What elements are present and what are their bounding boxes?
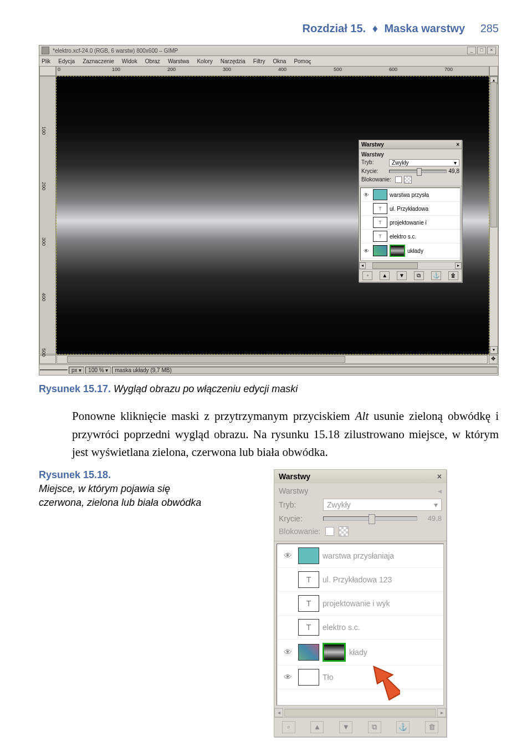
lock-alpha-icon[interactable] (404, 176, 412, 184)
page-number: 285 (480, 22, 499, 34)
menu-warstwa[interactable]: Warstwa (168, 58, 190, 64)
duplicate-layer-button[interactable]: ⧉ (368, 721, 381, 733)
raise-layer-button[interactable]: ▲ (310, 721, 324, 733)
delete-layer-button[interactable]: 🗑 (448, 271, 458, 280)
horizontal-scrollbar[interactable] (57, 355, 488, 364)
panel-close-icon[interactable]: × (437, 472, 442, 481)
menu-zaznaczenie[interactable]: Zaznaczenie (83, 58, 114, 64)
delete-layer-button[interactable]: 🗑 (425, 721, 438, 733)
anchor-layer-button[interactable]: ⚓ (396, 721, 410, 733)
lower-layer-button[interactable]: ▼ (397, 271, 407, 280)
menu-obraz[interactable]: Obraz (145, 58, 160, 64)
new-layer-button[interactable]: ▫ (282, 721, 295, 733)
cursor-pos (40, 369, 68, 371)
layer-thumb[interactable] (298, 669, 319, 686)
layer-row[interactable]: T elektro s.c. (277, 616, 443, 640)
lock-checkbox[interactable] (395, 176, 402, 183)
layer-thumb[interactable] (373, 189, 387, 200)
arrow-right-icon[interactable]: ▸ (455, 262, 462, 269)
arrow-right-icon[interactable]: ▸ (437, 708, 446, 717)
layer-row-selected[interactable]: 👁 kłady (277, 640, 443, 666)
panel-close-icon[interactable]: × (456, 141, 459, 148)
opacity-slider[interactable]: 49,8 (389, 168, 459, 174)
minimize-button[interactable]: _ (467, 47, 476, 54)
figure-desc: Miejsce, w którym pojawia się czerwona, … (39, 482, 205, 510)
layer-thumb[interactable]: T (298, 571, 319, 588)
layer-thumb[interactable] (298, 644, 319, 661)
page-header: Rozdział 15. ♦ Maska warstwy 285 (39, 22, 499, 35)
layer-row[interactable]: T projektowanie i (361, 216, 460, 230)
layer-row[interactable]: 👁 Tło (277, 666, 443, 689)
eye-icon[interactable]: 👁 (362, 192, 371, 198)
layer-thumb[interactable]: T (373, 231, 387, 242)
nav-icon[interactable]: ✥ (489, 355, 498, 364)
figure-caption-1: Rysunek 15.17. Wygląd obrazu po włączeni… (39, 383, 499, 395)
menu-kolory[interactable]: Kolory (197, 58, 212, 64)
layer-thumb[interactable] (298, 547, 319, 564)
menu-plik[interactable]: Plik (42, 58, 50, 64)
menu-bar: Plik Edycja Zaznaczenie Widok Obraz Wars… (39, 56, 499, 66)
window-titlebar[interactable]: *elektro.xcf-24.0 (RGB, 6 warstw) 800x60… (39, 45, 499, 56)
menu-okna[interactable]: Okna (273, 58, 286, 64)
eye-icon[interactable]: 👁 (280, 672, 295, 682)
layer-row[interactable]: T elektro s.c. (361, 230, 460, 243)
anchor-layer-button[interactable]: ⚓ (431, 271, 441, 280)
layer-thumb[interactable]: T (373, 217, 387, 228)
scroll-thumb[interactable] (490, 82, 497, 227)
opacity-slider[interactable]: 49,8 (323, 514, 442, 522)
menu-widok[interactable]: Widok (122, 58, 137, 64)
image-canvas[interactable]: Warstwy × Warstwy Tryb: Zwykły ▾ Krycie: (56, 76, 489, 354)
zoom-select[interactable]: 100 % ▾ (85, 367, 111, 374)
scroll-thumb[interactable] (372, 262, 418, 269)
eye-icon[interactable]: 👁 (362, 248, 371, 254)
close-button[interactable]: × (487, 47, 496, 54)
menu-narzedzia[interactable]: Narzędzia (221, 58, 245, 64)
layers-panel-big[interactable]: Warstwy × Warstwy ◂ Tryb: Zwykły ▾ Kryci… (274, 469, 447, 737)
layer-thumb[interactable]: T (298, 595, 319, 612)
layer-row[interactable]: T ul. Przykładowa 123 (277, 568, 443, 592)
eye-icon[interactable]: 👁 (280, 551, 295, 560)
new-layer-button[interactable]: ▫ (362, 271, 372, 280)
maximize-button[interactable]: □ (477, 47, 486, 54)
vruler-tick: 500 (41, 348, 47, 357)
lower-layer-button[interactable]: ▼ (339, 721, 352, 733)
layers-panel-small[interactable]: Warstwy × Warstwy Tryb: Zwykły ▾ Krycie: (359, 140, 462, 282)
mode-select[interactable]: Zwykły ▾ (323, 499, 442, 511)
layer-list: 👁 warstwa przysłaniaja T ul. Przykładowa… (277, 544, 444, 706)
menu-filtry[interactable]: Filtry (253, 58, 265, 64)
scroll-thumb[interactable] (67, 356, 345, 363)
panel-menu-icon[interactable]: ◂ (438, 486, 442, 495)
vertical-scrollbar[interactable]: ▴ ▾ (489, 76, 498, 354)
layer-row[interactable]: T ul. Przykładowa (361, 202, 460, 216)
unit-select[interactable]: px ▾ (69, 367, 84, 374)
opacity-label: Krycie: (361, 168, 389, 174)
duplicate-layer-button[interactable]: ⧉ (414, 271, 424, 280)
layer-row[interactable]: T projektowanie i wyk (277, 592, 443, 616)
opacity-value: 49,8 (421, 514, 442, 522)
panel-hscroll[interactable]: ◂ ▸ (359, 262, 462, 269)
layer-thumb[interactable] (373, 245, 387, 256)
lock-checkbox[interactable] (325, 527, 334, 536)
scroll-up-corner (489, 66, 498, 76)
layer-label: projektowanie i (390, 220, 459, 226)
panel-title: Warstwy (279, 472, 310, 481)
layer-thumb[interactable]: T (298, 619, 319, 636)
layer-row[interactable]: 👁 warstwa przysła (361, 188, 460, 202)
scroll-thumb[interactable] (284, 709, 436, 717)
lock-alpha-icon[interactable] (339, 526, 349, 536)
panel-hscroll[interactable]: ◂ ▸ (274, 708, 446, 717)
arrow-left-icon[interactable]: ◂ (359, 262, 366, 269)
layer-row[interactable]: 👁 warstwa przysłaniaja (277, 544, 443, 568)
lock-label: Blokowanie: (279, 527, 321, 536)
eye-icon[interactable]: 👁 (280, 647, 295, 657)
menu-pomoc[interactable]: Pomoc̨ (294, 58, 311, 64)
mode-select[interactable]: Zwykły ▾ (389, 159, 459, 166)
layer-thumb[interactable]: T (373, 203, 387, 214)
arrow-left-icon[interactable]: ◂ (274, 708, 283, 717)
menu-edycja[interactable]: Edycja (58, 58, 75, 64)
raise-layer-button[interactable]: ▲ (380, 271, 390, 280)
mask-thumb[interactable] (323, 643, 346, 662)
mask-thumb[interactable] (390, 245, 405, 257)
arrow-down-icon[interactable]: ▾ (490, 346, 498, 354)
layer-row-selected[interactable]: 👁 układy (361, 243, 460, 258)
